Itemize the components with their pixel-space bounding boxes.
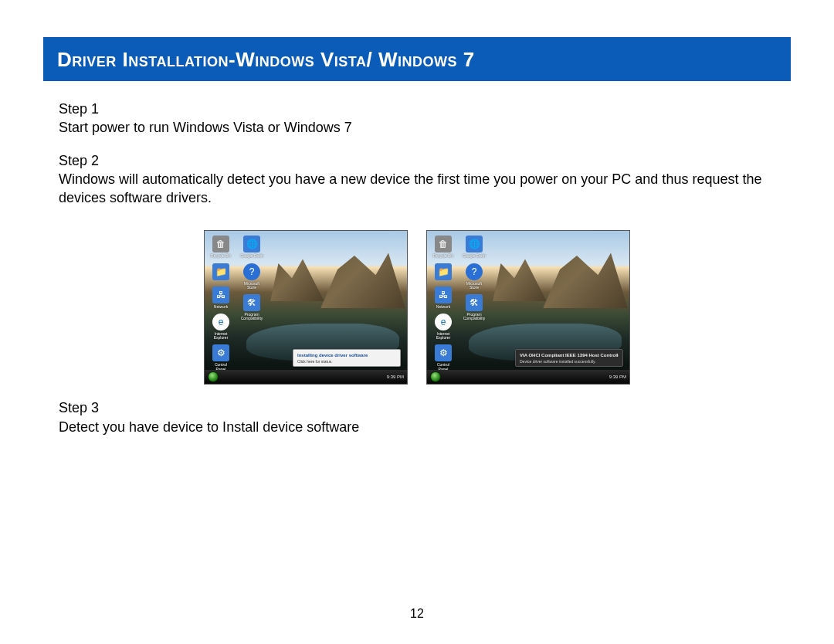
folder-icon: 📁	[209, 263, 232, 282]
help-icon: ? Microsoft Store	[463, 263, 486, 290]
start-button-icon	[208, 371, 219, 382]
system-tray-clock: 9:39 PM	[387, 374, 404, 380]
recycle-bin-icon: 🗑 Recycle Bin	[209, 236, 232, 258]
balloon-title: VIA OHCI Compliant IEEE 1394 Host Contro…	[520, 352, 619, 358]
recycle-bin-icon: 🗑 Recycle Bin	[432, 236, 455, 258]
internet-explorer-icon: e Internet Explorer	[432, 314, 455, 341]
step-1-desc: Start power to run Windows Vista or Wind…	[59, 118, 775, 137]
control-panel-icon: ⚙ Control Panel	[432, 344, 455, 371]
taskbar: 9:39 PM	[427, 370, 629, 384]
mountain-graphic	[320, 253, 405, 308]
balloon-title: Installing device driver software	[297, 352, 396, 358]
step-3-desc: Detect you have device to Install device…	[59, 418, 775, 436]
screenshot-row: 🗑 Recycle Bin 📁 🖧 Network e Internet Exp…	[59, 230, 775, 385]
desktop-icons-col-1: 🗑 Recycle Bin 📁 🖧 Network e Internet Exp…	[209, 236, 232, 371]
body-text: Step 1 Start power to run Windows Vista …	[43, 100, 791, 436]
section-title: Driver Installation-Windows Vista/ Windo…	[57, 48, 475, 71]
folder-icon: 📁	[432, 263, 455, 282]
step-1-label: Step 1	[59, 100, 775, 118]
desktop-icons-col-1: 🗑 Recycle Bin 📁 🖧 Network e Internet Exp…	[432, 236, 455, 371]
help-icon: ? Microsoft Store	[240, 263, 263, 290]
screenshot-left: 🗑 Recycle Bin 📁 🖧 Network e Internet Exp…	[204, 230, 408, 385]
balloon-subtext: Click here for status.	[297, 359, 396, 364]
network-icon: 🖧 Network	[432, 286, 455, 309]
step-2-desc: Windows will automatically detect you ha…	[59, 170, 775, 208]
section-title-bar: Driver Installation-Windows Vista/ Windo…	[43, 37, 791, 81]
page-number: 12	[0, 607, 834, 621]
notification-balloon-left: Installing device driver software Click …	[293, 349, 401, 368]
app-icon: 🌐 Google Earth	[240, 236, 263, 258]
start-button-icon	[430, 371, 441, 382]
mountain-graphic	[543, 253, 628, 308]
screenshot-right: 🗑 Recycle Bin 📁 🖧 Network e Internet Exp…	[426, 230, 630, 385]
balloon-subtext: Device driver software installed success…	[520, 359, 619, 364]
app-icon: 🛠 Program Compatibility	[240, 294, 263, 321]
taskbar: 9:39 PM	[205, 370, 407, 384]
system-tray-clock: 9:39 PM	[609, 374, 626, 380]
document-page: Driver Installation-Windows Vista/ Windo…	[0, 0, 834, 644]
app-icon: 🌐 Google Earth	[463, 236, 486, 258]
step-2-label: Step 2	[59, 151, 775, 170]
app-icon: 🛠 Program Compatibility	[463, 294, 486, 321]
network-icon: 🖧 Network	[209, 286, 232, 309]
notification-balloon-right: VIA OHCI Compliant IEEE 1394 Host Contro…	[515, 349, 623, 368]
mountain-graphic	[270, 259, 324, 301]
desktop-icons-col-2: 🌐 Google Earth ? Microsoft Store 🛠 Progr…	[463, 236, 486, 320]
control-panel-icon: ⚙ Control Panel	[209, 344, 232, 371]
desktop-icons-col-2: 🌐 Google Earth ? Microsoft Store 🛠 Progr…	[240, 236, 263, 320]
internet-explorer-icon: e Internet Explorer	[209, 314, 232, 341]
mountain-graphic	[493, 259, 547, 301]
step-3-label: Step 3	[59, 398, 775, 417]
